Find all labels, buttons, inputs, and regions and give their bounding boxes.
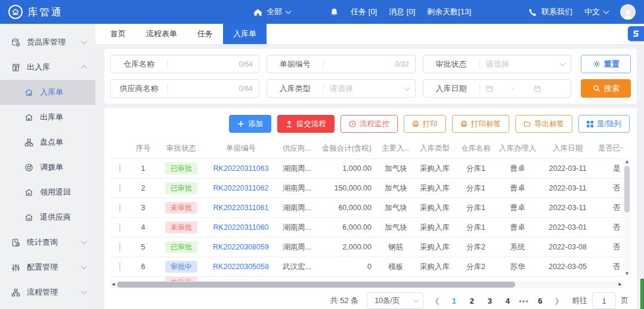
- reset-button[interactable]: 重置: [581, 55, 631, 73]
- contact-us-link[interactable]: 联系我们: [528, 7, 572, 17]
- tasks-menu[interactable]: 任务 [0]: [351, 7, 377, 17]
- chevron-down-icon: [81, 39, 87, 45]
- search-button[interactable]: 搜索: [581, 79, 631, 98]
- tab-home[interactable]: 首页: [100, 24, 136, 44]
- scope-selector[interactable]: 全部: [253, 7, 290, 17]
- page-number-1[interactable]: 1: [447, 296, 460, 305]
- document-number-link[interactable]: RK20220305058: [213, 263, 269, 271]
- supplier-name-field[interactable]: 供应商名称 0/64: [110, 79, 259, 98]
- document-number-link[interactable]: RK20220311061: [213, 204, 269, 212]
- sidebar-item-label: 入库单: [40, 87, 63, 98]
- sidebar-item-in-out-warehouse[interactable]: 出入库: [0, 55, 95, 80]
- add-button[interactable]: 添加: [229, 115, 271, 133]
- sidebar-item-outbound-order[interactable]: 出库单: [0, 105, 95, 130]
- inbound-type-select[interactable]: 请选择: [324, 80, 415, 97]
- print-label-button-label: 打印标签: [471, 119, 501, 129]
- page-scrollbar-thumb[interactable]: [640, 279, 644, 309]
- calendar-icon: [486, 85, 493, 92]
- table-scroll-area[interactable]: 序号 审批状态 单据编号 供应商... 金额合计(含税) 主要入... 入库类型…: [110, 139, 623, 288]
- user-avatar[interactable]: [620, 4, 636, 20]
- goods-database-icon: [11, 38, 21, 48]
- page-number-2[interactable]: 2: [465, 296, 478, 305]
- main-item-cell: 加气块: [379, 164, 413, 174]
- approval-status-field[interactable]: 审批状态 请选择: [423, 55, 572, 73]
- top-bar: 库管通 全部 任务 [0] 消息 [0] 剩余天数[13]: [0, 0, 644, 24]
- approval-status-select[interactable]: 请选择: [480, 55, 571, 73]
- vertical-scrollbar[interactable]: ▲ ▼: [623, 159, 631, 277]
- page-size-select[interactable]: 10条/页: [367, 292, 423, 309]
- inbound-date-range[interactable]: -: [480, 80, 571, 97]
- sidebar-item-workflow-management[interactable]: 流程管理: [0, 280, 95, 305]
- floating-widget-button[interactable]: [628, 26, 644, 41]
- horizontal-scrollbar-thumb[interactable]: [117, 282, 515, 288]
- more-pages-ellipsis[interactable]: •••: [519, 296, 529, 305]
- date-end-input[interactable]: [534, 85, 541, 92]
- onekey-cell: 是: [596, 164, 623, 174]
- row-checkbox[interactable]: [119, 243, 120, 251]
- column-header-handler: 入库办理人: [496, 143, 540, 154]
- document-number-link[interactable]: RK20220308059: [213, 243, 269, 251]
- document-number-label: 单据编号: [267, 59, 323, 70]
- document-number-link[interactable]: RK20220311062: [213, 184, 269, 192]
- print-button[interactable]: 打印: [404, 115, 446, 133]
- warehouse-name-field[interactable]: 仓库名称 0/64: [110, 55, 259, 73]
- row-checkbox[interactable]: [119, 184, 120, 192]
- show-hide-columns-button[interactable]: 显/隐列: [578, 115, 630, 133]
- date-cell: 2022-03-11: [540, 164, 596, 173]
- date-start-input[interactable]: [486, 85, 493, 92]
- inbound-type-label: 入库类型: [267, 83, 323, 94]
- row-checkbox[interactable]: [119, 263, 120, 271]
- export-label-button[interactable]: 导出标签: [515, 115, 572, 133]
- row-checkbox[interactable]: [119, 164, 120, 173]
- scroll-right-arrow-icon[interactable]: ►: [617, 281, 623, 288]
- inbound-date-field[interactable]: 入库日期 -: [423, 79, 572, 98]
- next-page-button[interactable]: ❯: [552, 296, 562, 305]
- page-number-6[interactable]: 6: [534, 296, 547, 305]
- status-badge: 未审批: [165, 221, 197, 233]
- tab-workflow-forms[interactable]: 流程表单: [136, 24, 187, 44]
- tab-inbound-order[interactable]: 入库单: [223, 24, 267, 44]
- scroll-left-arrow-icon[interactable]: ◄: [110, 281, 116, 288]
- document-number-input[interactable]: 0/32: [324, 55, 415, 73]
- document-number-link[interactable]: RK20220311060: [213, 223, 269, 232]
- vertical-scrollbar-thumb[interactable]: [624, 166, 630, 213]
- page-number-3[interactable]: 3: [483, 296, 496, 305]
- messages-menu[interactable]: 消息 [0]: [389, 7, 415, 17]
- document-number-field[interactable]: 单据编号 0/32: [267, 55, 416, 73]
- handler-cell: 曹卓: [496, 164, 540, 174]
- document-number-link[interactable]: RK20220311063: [213, 164, 269, 173]
- notifications-bell[interactable]: [330, 8, 339, 17]
- submit-workflow-button[interactable]: 提交流程: [277, 115, 335, 133]
- inbound-type-field[interactable]: 入库类型 请选择: [267, 79, 416, 98]
- sidebar-item-goods-management[interactable]: 货品库管理: [0, 30, 95, 55]
- export-label-button-label: 导出标签: [534, 119, 564, 129]
- sidebar-item-transfer-order[interactable]: 调拨单: [0, 155, 95, 180]
- sidebar-item-statistics-query[interactable]: 统计查询: [0, 230, 95, 255]
- row-checkbox[interactable]: [119, 223, 120, 232]
- sidebar-item-return-to-supplier[interactable]: 退供应商: [0, 205, 95, 230]
- scroll-up-arrow-icon[interactable]: ▲: [623, 159, 631, 165]
- tab-tasks[interactable]: 任务: [187, 24, 223, 44]
- inbound-type-cell: 采购入库: [413, 203, 456, 213]
- goto-page-input[interactable]: [592, 292, 616, 309]
- print-label-button[interactable]: 打印标签: [452, 115, 509, 133]
- warehouse-name-input[interactable]: 0/64: [168, 55, 259, 73]
- main-item-cell: 加气块: [379, 203, 413, 213]
- sidebar-item-requisition-return[interactable]: 领用退回: [0, 180, 95, 205]
- target-icon: [24, 163, 34, 173]
- sidebar-item-inbound-order[interactable]: 入库单: [0, 80, 95, 105]
- page-number-4[interactable]: 4: [501, 296, 514, 305]
- horizontal-scrollbar[interactable]: ◄ ►: [110, 281, 623, 288]
- workflow-monitor-button[interactable]: 流程监控: [340, 115, 398, 133]
- supplier-name-input[interactable]: 0/64: [168, 80, 259, 97]
- scroll-down-arrow-icon[interactable]: ▼: [623, 271, 631, 277]
- sidebar-item-stocktake-order[interactable]: 盘点单: [0, 130, 95, 155]
- days-remaining-label: 剩余天数[13]: [427, 7, 471, 17]
- row-checkbox[interactable]: [119, 204, 120, 212]
- previous-page-button[interactable]: ❮: [432, 296, 442, 305]
- action-toolbar: 添加 提交流程 流程监控 打印: [110, 114, 631, 139]
- date-cell: 2022-03-01: [540, 223, 596, 232]
- sidebar-item-configuration[interactable]: 配置管理: [0, 255, 95, 280]
- language-selector[interactable]: 中文: [584, 7, 608, 17]
- amount-cell: 2,000.00: [318, 243, 379, 251]
